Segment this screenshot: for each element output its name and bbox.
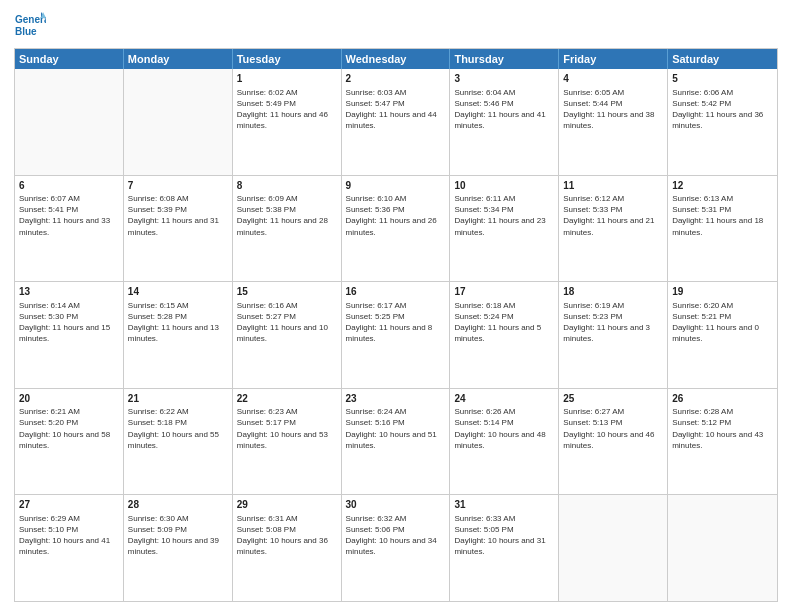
day-number: 7 xyxy=(128,179,228,193)
calendar-week-4: 20Sunrise: 6:21 AM Sunset: 5:20 PM Dayli… xyxy=(15,388,777,495)
day-cell-11: 11Sunrise: 6:12 AM Sunset: 5:33 PM Dayli… xyxy=(559,176,668,282)
day-number: 16 xyxy=(346,285,446,299)
header-cell-sunday: Sunday xyxy=(15,49,124,69)
header-cell-saturday: Saturday xyxy=(668,49,777,69)
day-number: 19 xyxy=(672,285,773,299)
day-number: 5 xyxy=(672,72,773,86)
day-cell-17: 17Sunrise: 6:18 AM Sunset: 5:24 PM Dayli… xyxy=(450,282,559,388)
day-number: 20 xyxy=(19,392,119,406)
day-number: 26 xyxy=(672,392,773,406)
day-info: Sunrise: 6:24 AM Sunset: 5:16 PM Dayligh… xyxy=(346,406,446,451)
calendar-week-2: 6Sunrise: 6:07 AM Sunset: 5:41 PM Daylig… xyxy=(15,175,777,282)
day-cell-9: 9Sunrise: 6:10 AM Sunset: 5:36 PM Daylig… xyxy=(342,176,451,282)
calendar-week-1: 1Sunrise: 6:02 AM Sunset: 5:49 PM Daylig… xyxy=(15,69,777,175)
day-cell-23: 23Sunrise: 6:24 AM Sunset: 5:16 PM Dayli… xyxy=(342,389,451,495)
day-info: Sunrise: 6:07 AM Sunset: 5:41 PM Dayligh… xyxy=(19,193,119,238)
day-cell-3: 3Sunrise: 6:04 AM Sunset: 5:46 PM Daylig… xyxy=(450,69,559,175)
day-number: 1 xyxy=(237,72,337,86)
day-cell-8: 8Sunrise: 6:09 AM Sunset: 5:38 PM Daylig… xyxy=(233,176,342,282)
day-info: Sunrise: 6:18 AM Sunset: 5:24 PM Dayligh… xyxy=(454,300,554,345)
day-info: Sunrise: 6:33 AM Sunset: 5:05 PM Dayligh… xyxy=(454,513,554,558)
day-info: Sunrise: 6:08 AM Sunset: 5:39 PM Dayligh… xyxy=(128,193,228,238)
day-info: Sunrise: 6:12 AM Sunset: 5:33 PM Dayligh… xyxy=(563,193,663,238)
header-cell-tuesday: Tuesday xyxy=(233,49,342,69)
day-number: 31 xyxy=(454,498,554,512)
calendar: SundayMondayTuesdayWednesdayThursdayFrid… xyxy=(14,48,778,602)
day-info: Sunrise: 6:27 AM Sunset: 5:13 PM Dayligh… xyxy=(563,406,663,451)
day-info: Sunrise: 6:17 AM Sunset: 5:25 PM Dayligh… xyxy=(346,300,446,345)
calendar-week-5: 27Sunrise: 6:29 AM Sunset: 5:10 PM Dayli… xyxy=(15,494,777,601)
day-info: Sunrise: 6:04 AM Sunset: 5:46 PM Dayligh… xyxy=(454,87,554,132)
day-cell-21: 21Sunrise: 6:22 AM Sunset: 5:18 PM Dayli… xyxy=(124,389,233,495)
day-number: 2 xyxy=(346,72,446,86)
day-number: 24 xyxy=(454,392,554,406)
calendar-body: 1Sunrise: 6:02 AM Sunset: 5:49 PM Daylig… xyxy=(15,69,777,601)
day-number: 30 xyxy=(346,498,446,512)
empty-cell xyxy=(124,69,233,175)
day-cell-18: 18Sunrise: 6:19 AM Sunset: 5:23 PM Dayli… xyxy=(559,282,668,388)
day-cell-26: 26Sunrise: 6:28 AM Sunset: 5:12 PM Dayli… xyxy=(668,389,777,495)
header-cell-wednesday: Wednesday xyxy=(342,49,451,69)
header: General Blue xyxy=(14,10,778,42)
day-info: Sunrise: 6:03 AM Sunset: 5:47 PM Dayligh… xyxy=(346,87,446,132)
day-number: 23 xyxy=(346,392,446,406)
day-number: 10 xyxy=(454,179,554,193)
day-number: 9 xyxy=(346,179,446,193)
day-cell-31: 31Sunrise: 6:33 AM Sunset: 5:05 PM Dayli… xyxy=(450,495,559,601)
day-info: Sunrise: 6:29 AM Sunset: 5:10 PM Dayligh… xyxy=(19,513,119,558)
day-number: 27 xyxy=(19,498,119,512)
empty-cell xyxy=(559,495,668,601)
day-info: Sunrise: 6:10 AM Sunset: 5:36 PM Dayligh… xyxy=(346,193,446,238)
day-info: Sunrise: 6:02 AM Sunset: 5:49 PM Dayligh… xyxy=(237,87,337,132)
day-number: 13 xyxy=(19,285,119,299)
day-cell-13: 13Sunrise: 6:14 AM Sunset: 5:30 PM Dayli… xyxy=(15,282,124,388)
day-number: 29 xyxy=(237,498,337,512)
header-cell-monday: Monday xyxy=(124,49,233,69)
day-info: Sunrise: 6:31 AM Sunset: 5:08 PM Dayligh… xyxy=(237,513,337,558)
day-number: 25 xyxy=(563,392,663,406)
svg-text:Blue: Blue xyxy=(15,26,37,37)
day-cell-4: 4Sunrise: 6:05 AM Sunset: 5:44 PM Daylig… xyxy=(559,69,668,175)
day-number: 8 xyxy=(237,179,337,193)
day-cell-15: 15Sunrise: 6:16 AM Sunset: 5:27 PM Dayli… xyxy=(233,282,342,388)
day-number: 11 xyxy=(563,179,663,193)
day-number: 15 xyxy=(237,285,337,299)
day-info: Sunrise: 6:05 AM Sunset: 5:44 PM Dayligh… xyxy=(563,87,663,132)
header-cell-thursday: Thursday xyxy=(450,49,559,69)
day-info: Sunrise: 6:21 AM Sunset: 5:20 PM Dayligh… xyxy=(19,406,119,451)
day-number: 4 xyxy=(563,72,663,86)
day-cell-10: 10Sunrise: 6:11 AM Sunset: 5:34 PM Dayli… xyxy=(450,176,559,282)
day-cell-27: 27Sunrise: 6:29 AM Sunset: 5:10 PM Dayli… xyxy=(15,495,124,601)
day-cell-28: 28Sunrise: 6:30 AM Sunset: 5:09 PM Dayli… xyxy=(124,495,233,601)
day-cell-2: 2Sunrise: 6:03 AM Sunset: 5:47 PM Daylig… xyxy=(342,69,451,175)
day-number: 17 xyxy=(454,285,554,299)
day-info: Sunrise: 6:16 AM Sunset: 5:27 PM Dayligh… xyxy=(237,300,337,345)
day-info: Sunrise: 6:15 AM Sunset: 5:28 PM Dayligh… xyxy=(128,300,228,345)
day-info: Sunrise: 6:26 AM Sunset: 5:14 PM Dayligh… xyxy=(454,406,554,451)
header-cell-friday: Friday xyxy=(559,49,668,69)
day-cell-25: 25Sunrise: 6:27 AM Sunset: 5:13 PM Dayli… xyxy=(559,389,668,495)
day-info: Sunrise: 6:23 AM Sunset: 5:17 PM Dayligh… xyxy=(237,406,337,451)
day-cell-19: 19Sunrise: 6:20 AM Sunset: 5:21 PM Dayli… xyxy=(668,282,777,388)
day-number: 28 xyxy=(128,498,228,512)
day-info: Sunrise: 6:11 AM Sunset: 5:34 PM Dayligh… xyxy=(454,193,554,238)
day-number: 22 xyxy=(237,392,337,406)
day-cell-29: 29Sunrise: 6:31 AM Sunset: 5:08 PM Dayli… xyxy=(233,495,342,601)
day-cell-20: 20Sunrise: 6:21 AM Sunset: 5:20 PM Dayli… xyxy=(15,389,124,495)
empty-cell xyxy=(668,495,777,601)
day-info: Sunrise: 6:20 AM Sunset: 5:21 PM Dayligh… xyxy=(672,300,773,345)
logo-svg: General Blue xyxy=(14,10,46,42)
day-cell-5: 5Sunrise: 6:06 AM Sunset: 5:42 PM Daylig… xyxy=(668,69,777,175)
day-info: Sunrise: 6:14 AM Sunset: 5:30 PM Dayligh… xyxy=(19,300,119,345)
day-info: Sunrise: 6:09 AM Sunset: 5:38 PM Dayligh… xyxy=(237,193,337,238)
day-number: 6 xyxy=(19,179,119,193)
day-number: 18 xyxy=(563,285,663,299)
logo: General Blue xyxy=(14,10,46,42)
page: General Blue SundayMondayTuesdayWednesda… xyxy=(0,0,792,612)
day-cell-16: 16Sunrise: 6:17 AM Sunset: 5:25 PM Dayli… xyxy=(342,282,451,388)
day-cell-6: 6Sunrise: 6:07 AM Sunset: 5:41 PM Daylig… xyxy=(15,176,124,282)
calendar-week-3: 13Sunrise: 6:14 AM Sunset: 5:30 PM Dayli… xyxy=(15,281,777,388)
day-cell-14: 14Sunrise: 6:15 AM Sunset: 5:28 PM Dayli… xyxy=(124,282,233,388)
day-number: 3 xyxy=(454,72,554,86)
day-info: Sunrise: 6:30 AM Sunset: 5:09 PM Dayligh… xyxy=(128,513,228,558)
